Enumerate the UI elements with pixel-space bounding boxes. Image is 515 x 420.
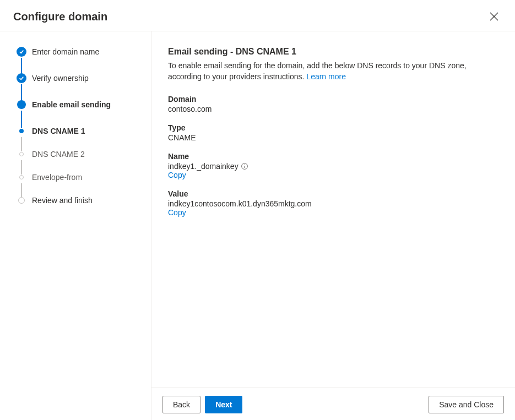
wizard-steps: Enter domain name Verify ownership Enabl…: [0, 31, 151, 420]
field-value: CNAME: [168, 133, 498, 142]
footer-secondary-actions: Save and Close: [429, 396, 504, 413]
copy-name-link[interactable]: Copy: [168, 171, 498, 179]
field-type: Type CNAME: [168, 123, 498, 142]
step-label: Verify ownership: [32, 73, 140, 83]
dialog-body: Enter domain name Verify ownership Enabl…: [0, 31, 515, 420]
step-review-finish[interactable]: Review and finish: [17, 195, 140, 222]
step-label: Review and finish: [32, 195, 140, 205]
step-enable-email[interactable]: Enable email sending: [17, 100, 140, 126]
field-value: contoso.com: [168, 105, 498, 113]
content-heading: Email sending - DNS CNAME 1: [168, 47, 498, 57]
close-icon: [490, 12, 498, 21]
field-name: Name indkey1._domainkey Copy: [168, 152, 498, 179]
dialog-footer: Back Next Save and Close: [151, 388, 515, 420]
substep-pending-icon: [19, 152, 24, 156]
substep-pending-icon: [19, 175, 24, 179]
copy-value-link[interactable]: Copy: [168, 208, 498, 217]
substep-current-icon: [19, 129, 24, 133]
field-label: Name: [168, 152, 498, 161]
step-verify-ownership[interactable]: Verify ownership: [17, 73, 140, 100]
footer-primary-actions: Back Next: [162, 396, 242, 413]
step-label: DNS CNAME 2: [32, 149, 140, 159]
step-enter-domain[interactable]: Enter domain name: [17, 47, 140, 73]
step-dns-cname-1[interactable]: DNS CNAME 1: [17, 126, 140, 149]
field-value-record: Value indkey1contosocom.k01.dyn365mktg.c…: [168, 189, 498, 217]
field-label: Domain: [168, 95, 498, 103]
save-close-button[interactable]: Save and Close: [429, 396, 504, 413]
step-dns-cname-2[interactable]: DNS CNAME 2: [17, 149, 140, 172]
dialog-header: Configure domain: [0, 0, 515, 31]
learn-more-link[interactable]: Learn more: [306, 72, 346, 81]
field-domain: Domain contoso.com: [168, 95, 498, 113]
step-label: DNS CNAME 1: [32, 126, 140, 136]
field-label: Value: [168, 189, 498, 198]
step-label: Envelope-from: [32, 172, 140, 182]
back-button[interactable]: Back: [162, 396, 200, 413]
content-area: Email sending - DNS CNAME 1 To enable em…: [151, 31, 515, 388]
field-label: Type: [168, 123, 498, 132]
info-icon[interactable]: [241, 162, 248, 170]
step-envelope-from[interactable]: Envelope-from: [17, 172, 140, 195]
main-panel: Email sending - DNS CNAME 1 To enable em…: [151, 31, 515, 420]
close-button[interactable]: [486, 9, 502, 24]
field-value-row: indkey1._domainkey: [168, 162, 498, 171]
dialog-title: Configure domain: [13, 10, 107, 23]
svg-point-1: [244, 164, 245, 165]
step-label: Enter domain name: [32, 47, 140, 57]
step-pending-icon: [18, 197, 25, 204]
step-label: Enable email sending: [32, 100, 140, 110]
checkmark-icon: [17, 47, 26, 57]
current-step-icon: [17, 100, 26, 109]
next-button[interactable]: Next: [205, 396, 242, 413]
checkmark-icon: [17, 73, 26, 83]
field-value: indkey1._domainkey: [168, 162, 238, 171]
field-value: indkey1contosocom.k01.dyn365mktg.com: [168, 199, 498, 208]
content-description: To enable email sending for the domain, …: [168, 60, 498, 83]
